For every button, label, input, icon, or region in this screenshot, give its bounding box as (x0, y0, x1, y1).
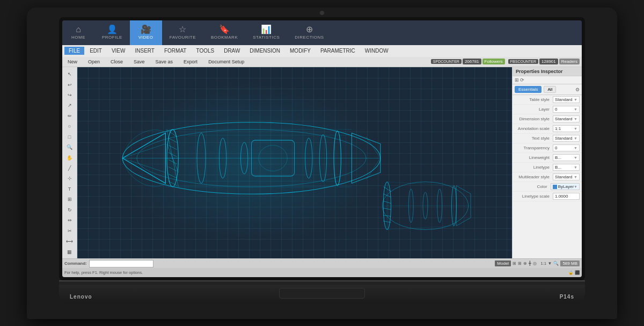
status-icons: 🔒 ⬛ (568, 270, 580, 275)
value-linetypescale[interactable]: 1.0000 (553, 193, 580, 200)
zoom-icon: 🔍 (553, 261, 559, 266)
menu-insert[interactable]: INSERT (130, 47, 159, 55)
tab-all[interactable]: All (544, 86, 556, 93)
svg-line-25 (168, 174, 177, 178)
label-linetypescale: Linetype scale (515, 194, 552, 199)
nav-bookmark[interactable]: 🔖 BOOKMARK (203, 20, 245, 46)
lt-pencil[interactable]: ✏ (64, 111, 76, 120)
svg-line-24 (168, 166, 177, 171)
props-row-lineweight: Lineweight B... ▼ (513, 153, 582, 163)
lt-circle[interactable]: ○ (64, 122, 76, 131)
lt-rotate[interactable]: ↻ (64, 205, 76, 214)
value-textstyle[interactable]: Standard ▼ (553, 135, 580, 142)
value-lineweight[interactable]: B... ▼ (553, 154, 580, 161)
directions-icon: ⊕ (306, 25, 313, 34)
main-area: ↖ ↩ ↪ ↗ ✏ ○ □ 🔍 ✋ ╱ ⊹ T ⊞ ↻ ⇔ (62, 67, 582, 258)
value-transparency[interactable]: 0 ▼ (553, 144, 580, 151)
polar-icon: ◎ (533, 261, 537, 266)
nav-profile[interactable]: 👤 PROFILE (94, 20, 130, 46)
menu-window[interactable]: WINDOW (361, 47, 393, 55)
props-row-dimstyle: Dimension style Standard ▼ (513, 114, 582, 124)
toolbar-export[interactable]: Export (180, 59, 201, 65)
favourite-icon: ☆ (179, 25, 186, 34)
bookmark-label: BOOKMARK (211, 35, 238, 40)
lt-trim[interactable]: ✂ (64, 226, 76, 235)
lt-arrow[interactable]: ↖ (64, 69, 76, 78)
toolbar-new[interactable]: New (64, 59, 80, 65)
model-tab[interactable]: Model (495, 260, 511, 266)
nav-home[interactable]: ⌂ HOME (62, 20, 94, 46)
toolbar-close[interactable]: Close (107, 59, 126, 65)
menu-view[interactable]: VIEW (107, 47, 130, 55)
lt-zoom[interactable]: 🔍 (64, 142, 76, 151)
lt-pan[interactable]: ✋ (64, 153, 76, 162)
label-lineweight: Lineweight (515, 155, 552, 160)
props-row-mleaderstyle: Multileader style Standard ▼ (513, 172, 582, 182)
grid-icon: ⊞ (518, 261, 522, 266)
lt-rect[interactable]: □ (64, 132, 76, 141)
help-text: For help, press F1. Right mouse for opti… (64, 270, 143, 275)
props-row-linetypescale: Linetype scale 1.0000 (513, 192, 582, 201)
favourite-label: FAVOURITE (170, 35, 196, 40)
lt-extend[interactable]: ⟷ (64, 236, 76, 245)
value-tablestyle[interactable]: Standard ▼ (553, 96, 580, 103)
lt-mirror[interactable]: ⇔ (64, 216, 76, 225)
command-input[interactable] (89, 260, 153, 267)
dropdown-layer: ▼ (574, 107, 577, 111)
svg-line-22 (168, 153, 177, 157)
value-color[interactable]: ByLayer ▼ (551, 183, 580, 190)
value-layer[interactable]: 0 ▼ (553, 106, 580, 113)
nav-favourite[interactable]: ☆ FAVOURITE (162, 20, 203, 46)
lt-measure[interactable]: ⊹ (64, 174, 76, 183)
label-mleaderstyle: Multileader style (515, 175, 552, 179)
layout-icon: ⊞ (513, 261, 516, 266)
screen-content: ⌂ HOME 👤 PROFILE 🎥 VIDEO ☆ FAVOURITE (62, 20, 582, 277)
lt-redo[interactable]: ↪ (64, 90, 76, 99)
nav-directions[interactable]: ⊕ DIRECTIONS (287, 20, 331, 46)
menu-draw[interactable]: DRAW (219, 47, 244, 55)
value-annoscale[interactable]: 1:1 ▼ (553, 125, 580, 132)
props-row-transparency: Transparency 0 ▼ (513, 143, 582, 153)
value-mleaderstyle[interactable]: Standard ▼ (553, 173, 580, 180)
status-lock: ⬛ (575, 270, 580, 275)
value-linetype[interactable]: B... ▼ (553, 164, 580, 171)
nav-video[interactable]: 🎥 VIDEO (130, 20, 162, 46)
snap-icon: ⊕ (523, 261, 527, 266)
left-toolbar: ↖ ↩ ↪ ↗ ✏ ○ □ 🔍 ✋ ╱ ⊹ T ⊞ ↻ ⇔ (62, 67, 77, 258)
lt-text[interactable]: T (64, 184, 76, 193)
tab-essentials[interactable]: Essentials (515, 86, 541, 93)
menu-format[interactable]: FORMAT (160, 47, 191, 55)
menu-edit[interactable]: EDIT (85, 47, 106, 55)
lt-undo[interactable]: ↩ (64, 80, 76, 89)
command-label: Command: (64, 261, 87, 266)
menu-parametric[interactable]: PARAMETRIC (316, 47, 360, 55)
lt-hatch[interactable]: ▦ (64, 247, 76, 256)
toolbar-doc-setup[interactable]: Document Setup (205, 59, 247, 65)
engine-secondary-svg (360, 163, 491, 249)
lt-cursor[interactable]: ↗ (64, 101, 76, 110)
profile-label: PROFILE (102, 35, 122, 40)
toolbar: New Open Close Save Save as Export Docum… (62, 57, 582, 68)
menu-file[interactable]: FILE (64, 47, 84, 55)
properties-title: Properties Inspector (513, 67, 582, 76)
nav-statistics[interactable]: 📊 STATISTICS (245, 20, 287, 46)
lt-line[interactable]: ╱ (64, 163, 76, 172)
statistics-icon: 📊 (261, 25, 272, 34)
toolbar-open[interactable]: Open (85, 59, 103, 65)
value-dimstyle[interactable]: Standard ▼ (553, 115, 580, 122)
toolbar-save[interactable]: Save (130, 59, 148, 65)
props-settings-icon[interactable]: ⚙ (575, 87, 580, 92)
memory-display: 589 MB (560, 260, 580, 266)
menu-modify[interactable]: MODIFY (286, 47, 315, 55)
laptop-keyboard-area: Lenovo P14s (59, 280, 585, 304)
props-row-layer: Layer 0 ▼ (513, 105, 582, 114)
lt-layer[interactable]: ⊞ (64, 195, 76, 204)
canvas-area[interactable] (77, 67, 512, 258)
toolbar-save-as[interactable]: Save as (152, 59, 177, 65)
top-nav: ⌂ HOME 👤 PROFILE 🎥 VIDEO ☆ FAVOURITE (62, 20, 582, 46)
dropdown-dimstyle: ▼ (574, 117, 577, 121)
touchpad[interactable] (279, 288, 365, 299)
menu-tools[interactable]: TOOLS (192, 47, 218, 55)
menu-dimension[interactable]: DIMENSION (245, 47, 284, 55)
brand-label: Lenovo (70, 294, 92, 300)
